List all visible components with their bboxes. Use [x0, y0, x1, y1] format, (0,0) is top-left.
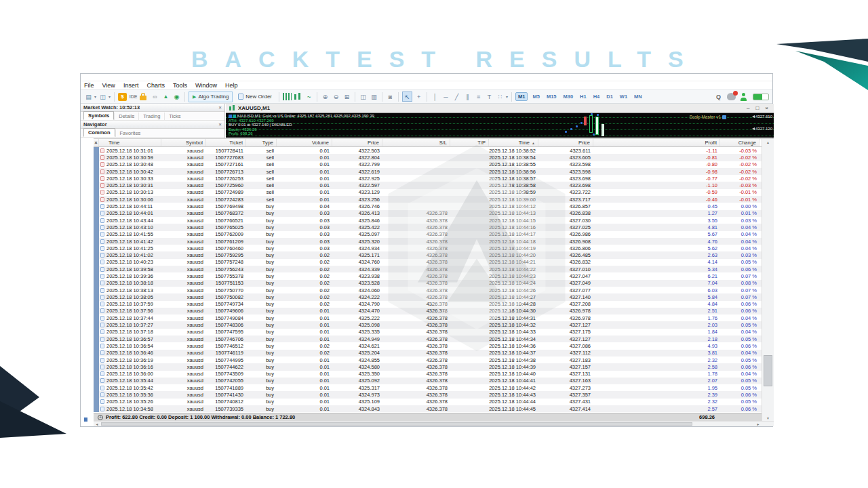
table-row[interactable]: 2025.12.18 10:37:59xauusd1507749734buy0.…	[94, 301, 774, 308]
indicator-list-icon[interactable]: ▥	[370, 92, 378, 102]
table-row[interactable]: 2025.12.18 10:36:57xauusd1507746706buy0.…	[94, 336, 774, 342]
menu-item-window[interactable]: Window	[195, 82, 217, 89]
table-row[interactable]: 2025.12.18 10:41:25xauusd1507760460buy0.…	[94, 245, 774, 251]
bar-chart-icon[interactable]	[283, 93, 292, 100]
column-header-ticket[interactable]: Ticket	[206, 139, 246, 146]
table-row[interactable]: 2025.12.18 10:30:13xauusd1507724989sell0…	[94, 189, 774, 196]
table-row[interactable]: 2025.12.18 10:37:44xauusd1507749084buy0.…	[94, 314, 774, 321]
zoom-in-icon[interactable]: ⊕	[321, 92, 330, 102]
lock-icon[interactable]	[140, 92, 149, 101]
close-icon[interactable]: ×	[765, 105, 768, 111]
menu-item-charts[interactable]: Charts	[146, 82, 165, 89]
table-row[interactable]: 2025.12.18 10:35:36xauusd1507741430buy0.…	[94, 391, 774, 398]
table-row[interactable]: 2025.12.18 10:43:10xauusd1507765025buy0.…	[94, 224, 774, 230]
trendline-icon[interactable]: ╱	[452, 92, 461, 102]
table-row[interactable]: 2025.12.18 10:41:42xauusd1507761209buy0.…	[94, 238, 774, 245]
table-row[interactable]: 2025.12.18 10:37:56xauusd1507749606buy0.…	[94, 308, 774, 314]
column-header-type[interactable]: Type	[246, 139, 277, 146]
timeframe-m1[interactable]: M1	[515, 92, 528, 101]
chevron-down-icon[interactable]: ▾	[94, 94, 96, 99]
column-header-time[interactable]: Time	[99, 139, 161, 146]
navigator-tab-common[interactable]: Common	[83, 128, 115, 137]
camera-icon[interactable]: ◙	[386, 92, 395, 102]
chevron-down-icon[interactable]: ▾	[506, 94, 508, 99]
notifications-icon[interactable]	[727, 93, 736, 100]
publish-icon[interactable]: ▲	[161, 92, 170, 102]
column-header-change-close[interactable]: Change	[720, 139, 760, 146]
market-icon[interactable]: $	[118, 93, 127, 101]
market-watch-tab-trading[interactable]: Trading	[138, 113, 164, 120]
close-toolbox-icon[interactable]: ×	[94, 139, 99, 146]
connection-icon[interactable]: ∞	[151, 92, 159, 102]
scroll-left-icon[interactable]: ◄	[94, 422, 100, 426]
market-watch-tab-ticks[interactable]: Ticks	[164, 113, 184, 120]
timeframe-m30[interactable]: M30	[561, 93, 575, 100]
chart-profile-icon[interactable]: ▤	[84, 92, 93, 102]
table-row[interactable]: 2025.12.18 10:30:42xauusd1507726713sell0…	[94, 168, 774, 175]
text-tool-icon[interactable]: T	[485, 92, 494, 102]
table-row[interactable]: 2025.12.18 10:30:48xauusd1507727161sell0…	[94, 161, 774, 168]
minimize-icon[interactable]: –	[747, 105, 749, 111]
menu-item-view[interactable]: View	[102, 82, 115, 89]
horizontal-scrollbar[interactable]: ◄ ►	[94, 421, 774, 426]
chart-canvas[interactable]: XAUUSD,M1: Gold vs US Dollar: 4325.187 4…	[226, 113, 774, 138]
column-header-time-close[interactable]: Time▲	[489, 139, 538, 146]
timeframe-m5[interactable]: M5	[530, 93, 541, 100]
table-row[interactable]: 2025.12.18 10:36:54xauusd1507746512buy0.…	[94, 342, 774, 349]
table-row[interactable]: 2025.12.18 10:41:55xauusd1507762009buy0.…	[94, 231, 774, 238]
scrollbar-thumb[interactable]	[101, 422, 692, 426]
maximize-icon[interactable]: □	[755, 105, 759, 111]
table-row[interactable]: 2025.12.18 10:39:36xauusd1507755378buy0.…	[94, 272, 774, 279]
channel-icon[interactable]: ∥	[463, 92, 472, 102]
table-row[interactable]: 2025.12.18 10:35:26xauusd1507740812buy0.…	[94, 399, 774, 405]
chevron-down-icon[interactable]: ▾	[108, 94, 111, 99]
table-row[interactable]: 2025.12.18 10:44:11xauusd1507769498buy0.…	[94, 203, 774, 209]
table-row[interactable]: 2025.12.18 10:36:16xauusd1507744622buy0.…	[94, 363, 774, 370]
table-row[interactable]: 2025.12.18 10:30:06xauusd1507724283sell0…	[94, 196, 774, 203]
column-header-volume[interactable]: Volume	[277, 139, 332, 146]
timeframe-m15[interactable]: M15	[545, 93, 559, 100]
table-row[interactable]: 2025.12.18 10:30:31xauusd1507725960sell0…	[94, 182, 774, 188]
window-layout-icon[interactable]: ◫	[98, 92, 107, 102]
table-row[interactable]: 2025.12.18 10:37:18xauusd1507747595buy0.…	[94, 329, 774, 336]
algo-trading-button[interactable]: ▶ Algo Trading	[189, 92, 233, 102]
vertical-line-icon[interactable]: │	[431, 92, 439, 102]
table-row[interactable]: 2025.12.18 10:36:46xauusd1507746119buy0.…	[94, 350, 774, 357]
table-row[interactable]: 2025.12.18 10:36:19xauusd1507744995buy0.…	[94, 357, 774, 363]
grid-icon[interactable]: ⊞	[342, 92, 351, 102]
timeframe-d1[interactable]: D1	[604, 93, 615, 100]
community-icon[interactable]: ◉	[172, 92, 181, 102]
chart-titlebar[interactable]: XAUUSD,M1 –□×	[226, 104, 774, 113]
menu-item-insert[interactable]: Insert	[123, 82, 139, 89]
column-header-symbol[interactable]: Symbol	[161, 139, 206, 146]
table-row[interactable]: 2025.12.18 10:38:18xauusd1507751153buy0.…	[94, 280, 774, 287]
plus-icon[interactable]: +	[98, 415, 103, 420]
table-row[interactable]: 2025.12.18 10:39:58xauusd1507756243buy0.…	[94, 266, 774, 272]
navigator-tab-favorites[interactable]: Favorites	[115, 129, 145, 137]
indicator-window-icon[interactable]: ◫	[359, 92, 368, 102]
line-chart-icon[interactable]: ~	[304, 92, 313, 102]
shapes-icon[interactable]: ∷	[496, 92, 505, 102]
table-row[interactable]: 2025.12.18 10:30:59xauusd1507727683sell0…	[94, 154, 774, 161]
zoom-out-icon[interactable]: ⊖	[332, 92, 340, 102]
table-row[interactable]: 2025.12.18 10:36:00xauusd1507743509buy0.…	[94, 371, 774, 378]
fibonacci-icon[interactable]: ≡	[474, 92, 483, 102]
candlestick-chart-icon[interactable]	[294, 93, 302, 100]
column-header-tp[interactable]: T/P	[450, 139, 489, 146]
timeframe-h4[interactable]: H4	[591, 93, 602, 100]
column-header-sl[interactable]: S/L	[382, 139, 450, 146]
crosshair-icon[interactable]: +	[414, 92, 423, 102]
menu-item-file[interactable]: File	[84, 82, 94, 89]
timeframe-w1[interactable]: W1	[618, 93, 629, 100]
timeframe-mn[interactable]: MN	[632, 93, 644, 100]
search-icon[interactable]: Q	[714, 92, 723, 102]
new-order-button[interactable]: New Order	[235, 92, 275, 102]
metaeditor-ide-icon[interactable]: IDE	[129, 92, 138, 102]
table-row[interactable]: 2025.12.18 10:38:05xauusd1507750082buy0.…	[94, 293, 774, 300]
column-header-price[interactable]: Price	[332, 139, 382, 146]
scrollbar-thumb[interactable]	[764, 355, 772, 386]
table-row[interactable]: 2025.12.18 10:43:44xauusd1507766521buy0.…	[94, 217, 774, 224]
table-row[interactable]: 2025.12.18 10:35:42xauusd1507741889buy0.…	[94, 384, 774, 391]
table-row[interactable]: 2025.12.18 10:34:58xauusd1507739335buy0.…	[94, 405, 774, 412]
table-row[interactable]: 2025.12.18 10:37:27xauusd1507748306buy0.…	[94, 321, 774, 328]
